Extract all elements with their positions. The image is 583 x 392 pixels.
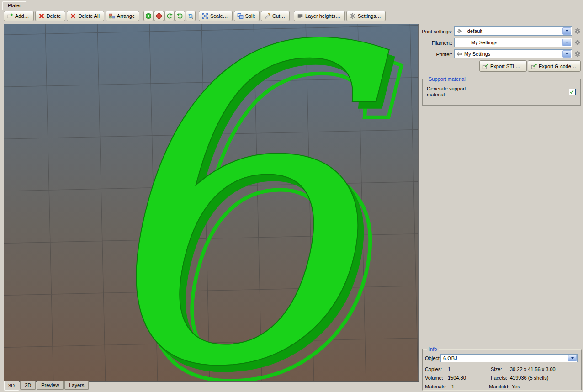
copies-value: 1 bbox=[448, 366, 450, 372]
printer-select[interactable]: My Settings bbox=[454, 49, 572, 58]
viewport-canvas[interactable]: 6 6 6 bbox=[4, 24, 418, 381]
scale-button-label: Scale… bbox=[210, 13, 228, 19]
settings-button[interactable]: Settings… bbox=[346, 11, 386, 21]
scale-icon bbox=[202, 13, 208, 19]
gear-icon bbox=[457, 28, 462, 34]
volume-value: 1504.80 bbox=[448, 375, 466, 381]
dropdown-arrow-button[interactable] bbox=[568, 355, 577, 361]
toolbar: Add… Delete Delete All Arrange bbox=[4, 11, 387, 21]
minus-circle-icon bbox=[156, 13, 162, 19]
slic3r-window: Plater Add… Delete Delete All Arrange bbox=[0, 0, 583, 392]
cut-button-label: Cut… bbox=[272, 13, 285, 19]
printer-label: Printer: bbox=[411, 51, 452, 58]
delete-all-icon bbox=[70, 13, 76, 19]
delete-all-button-label: Delete All bbox=[78, 13, 99, 19]
print-settings-gear-button[interactable] bbox=[573, 27, 582, 36]
size-label: Size: bbox=[491, 366, 502, 372]
rotate-custom-icon bbox=[187, 13, 194, 19]
split-button[interactable]: Split bbox=[234, 11, 260, 21]
add-icon bbox=[7, 13, 13, 19]
model-object-face: 6 bbox=[80, 24, 392, 381]
filament-select[interactable]: My Settings bbox=[454, 38, 572, 47]
dropdown-arrow-icon bbox=[571, 357, 574, 359]
export-stl-label: Export STL… bbox=[490, 64, 520, 69]
facets-label: Facets: bbox=[491, 375, 507, 381]
manifold-value: Yes bbox=[512, 384, 520, 390]
print-settings-select[interactable]: - default - bbox=[454, 26, 572, 36]
rotate-ccw-icon bbox=[166, 13, 173, 19]
layer-heights-icon bbox=[297, 13, 303, 19]
view-tab-2d[interactable]: 2D bbox=[20, 381, 36, 390]
materials-label: Materials: bbox=[425, 384, 447, 390]
layer-heights-button[interactable]: Layer heights… bbox=[294, 11, 345, 21]
dropdown-arrow-button[interactable] bbox=[562, 50, 571, 58]
view-tab-bar: 3D 2D Preview Layers bbox=[4, 381, 90, 391]
delete-button[interactable]: Delete bbox=[35, 11, 66, 21]
checkmark-icon bbox=[569, 90, 574, 95]
add-button[interactable]: Add… bbox=[4, 11, 34, 21]
view-tab-3d[interactable]: 3D bbox=[4, 381, 19, 391]
delete-button-label: Delete bbox=[47, 13, 61, 19]
view-tab-layers[interactable]: Layers bbox=[64, 381, 89, 390]
split-button-label: Split bbox=[245, 13, 255, 19]
increase-copies-button[interactable] bbox=[143, 11, 154, 21]
filament-value: My Settings bbox=[471, 40, 497, 45]
generate-support-checkbox[interactable] bbox=[569, 89, 576, 95]
model-object[interactable]: 6 6 6 bbox=[80, 24, 404, 381]
scale-button[interactable]: Scale… bbox=[199, 11, 233, 21]
filament-gear-button[interactable] bbox=[573, 39, 582, 47]
gear-icon bbox=[574, 28, 581, 34]
gear-icon bbox=[574, 51, 581, 57]
rotate-cw-button[interactable] bbox=[175, 11, 185, 21]
volume-label: Volume: bbox=[425, 375, 443, 381]
viewport-3d[interactable]: 6 6 6 bbox=[4, 24, 419, 382]
tab-strip: Plater bbox=[0, 0, 583, 10]
settings-gear-icon bbox=[350, 13, 356, 19]
view-tab-preview[interactable]: Preview bbox=[37, 381, 64, 390]
plus-circle-icon bbox=[145, 13, 152, 19]
object-value: 6.OBJ bbox=[443, 355, 457, 361]
tab-plater[interactable]: Plater bbox=[2, 1, 27, 11]
facets-value: 419936 (5 shells) bbox=[510, 375, 548, 381]
add-button-label: Add… bbox=[15, 13, 29, 19]
export-icon bbox=[531, 63, 537, 69]
split-icon bbox=[237, 13, 244, 19]
dropdown-arrow-icon bbox=[566, 30, 568, 32]
cut-icon bbox=[264, 13, 270, 19]
export-icon bbox=[482, 63, 489, 69]
export-stl-button[interactable]: Export STL… bbox=[479, 60, 527, 72]
rotate-custom-button[interactable] bbox=[186, 11, 196, 21]
settings-button-label: Settings… bbox=[358, 13, 381, 19]
print-settings-label: Print settings: bbox=[411, 28, 452, 35]
manifold-label: Manifold: bbox=[489, 384, 509, 390]
delete-all-button[interactable]: Delete All bbox=[67, 11, 104, 21]
rotate-ccw-button[interactable] bbox=[164, 11, 175, 21]
copies-label: Copies: bbox=[425, 366, 442, 372]
dropdown-arrow-button[interactable] bbox=[562, 27, 571, 35]
export-gcode-button[interactable]: Export G-code… bbox=[528, 60, 581, 72]
layer-heights-button-label: Layer heights… bbox=[305, 13, 340, 19]
dropdown-arrow-button[interactable] bbox=[562, 39, 571, 46]
dropdown-arrow-icon bbox=[566, 42, 568, 43]
info-group-title: Info bbox=[427, 346, 439, 352]
generate-support-label: Generate support material: bbox=[427, 86, 482, 98]
dropdown-arrow-icon bbox=[566, 53, 568, 55]
info-group: Info Object: 6.OBJ Copies: 1 Size: 30.22… bbox=[422, 349, 582, 391]
arrange-button-label: Arrange bbox=[117, 13, 135, 19]
printer-gear-button[interactable] bbox=[573, 50, 582, 58]
arrange-button[interactable]: Arrange bbox=[106, 11, 139, 21]
cut-button[interactable]: Cut… bbox=[261, 11, 290, 21]
support-material-group-title: Support material bbox=[427, 76, 467, 82]
tab-strip-rule bbox=[0, 10, 583, 10]
support-material-group: Support material Generate support materi… bbox=[422, 79, 581, 106]
print-settings-value: - default - bbox=[464, 28, 485, 34]
materials-value: 1 bbox=[451, 384, 454, 390]
printer-value: My Settings bbox=[464, 51, 490, 57]
object-select[interactable]: 6.OBJ bbox=[440, 354, 578, 362]
rotate-cw-icon bbox=[177, 13, 183, 19]
filament-label: Filament: bbox=[411, 40, 452, 46]
decrease-copies-button[interactable] bbox=[154, 11, 164, 21]
printer-icon bbox=[457, 51, 462, 57]
delete-icon bbox=[38, 13, 45, 19]
size-value: 30.22 x 41.56 x 3.00 bbox=[510, 366, 556, 372]
